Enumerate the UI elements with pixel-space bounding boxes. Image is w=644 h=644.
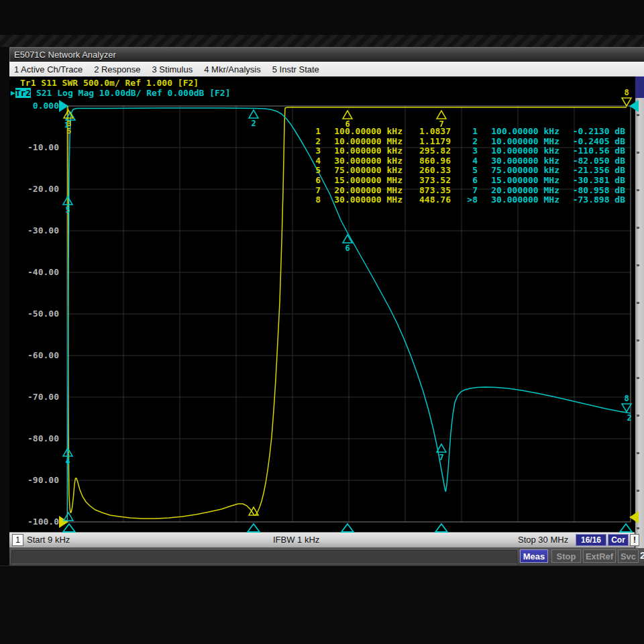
marker-row-1: 1100.00000 kHz1.0837 <box>306 127 451 137</box>
y-axis-label--40.00: -40.00 <box>0 268 59 277</box>
marker-row-1: 1100.00000 kHz-0.2130 dB <box>463 127 625 137</box>
window-titlebar[interactable]: E5071C Network Analyzer <box>9 47 644 62</box>
y-axis-label--100.0: -100.0 <box>0 517 59 527</box>
taskbar-button-meas[interactable]: Meas <box>520 549 548 563</box>
marker-row-6: 615.000000 MHz-30.381 dB <box>463 176 625 186</box>
taskbar-button-extref[interactable]: ExtRef <box>583 549 616 563</box>
taskbar-button-stop[interactable]: Stop <box>551 549 581 563</box>
menu-item-2[interactable]: 2 Response <box>94 64 140 74</box>
y-axis-label--80.00: -80.00 <box>0 434 59 443</box>
marker-table-trace2: 1100.00000 kHz-0.2130 dB210.000000 MHz-0… <box>463 127 625 205</box>
start-frequency-label[interactable]: Start 9 kHz <box>27 535 70 545</box>
marker-row-7: 720.000000 MHz873.35 <box>306 186 451 196</box>
menu-item-4[interactable]: 4 Mkr/Analysis <box>204 64 261 74</box>
marker-row-8: 830.000000 MHz448.76 <box>306 195 451 205</box>
trace2-params: S21 Log Mag 10.00dB/ Ref 0.000dB [F2] <box>31 88 230 98</box>
marker-row-4: 430.000000 kHz-82.050 dB <box>463 156 625 166</box>
menu-item-5[interactable]: 5 Instr State <box>272 64 319 74</box>
marker-row-3: 310.000000 kHz295.82 <box>306 146 451 156</box>
menu-bar: 1 Active Ch/Trace2 Response3 Stimulus4 M… <box>9 62 644 76</box>
ifbw-label[interactable]: IFBW 1 kHz <box>273 535 319 545</box>
taskbar-edge-label[interactable]: 2 <box>640 549 644 561</box>
stop-frequency-label[interactable]: Stop 30 MHz <box>518 535 568 545</box>
marker-table-trace1: 1100.00000 kHz1.0837210.000000 MHz1.1179… <box>306 127 451 205</box>
alert-badge[interactable]: ! <box>630 534 639 546</box>
y-axis-label--90.00: -90.00 <box>0 476 59 485</box>
trace1-name: Tr1 <box>20 78 36 88</box>
trace2-status-line[interactable]: ▶Tr2 S21 Log Mag 10.00dB/ Ref 0.000dB [F… <box>11 88 231 98</box>
marker-row-4: 430.000000 kHz860.96 <box>306 156 451 166</box>
marker-row-5: 575.000000 kHz260.33 <box>306 166 451 176</box>
y-axis-label--60.00: -60.00 <box>0 351 59 360</box>
marker-row-2: 210.000000 MHz1.1179 <box>306 137 451 147</box>
y-axis-label--20.00: -20.00 <box>0 184 59 194</box>
status-bar: 1 Start 9 kHz IFBW 1 kHz Stop 30 MHz 16/… <box>9 532 635 548</box>
window-title: E5071C Network Analyzer <box>14 50 116 60</box>
taskbar-button-svc[interactable]: Svc <box>618 549 639 563</box>
sweep-progress-badge: 16/16 <box>576 534 606 546</box>
desktop-below-window <box>0 566 644 644</box>
trace2-name: Tr2 <box>15 88 31 98</box>
taskbar-tray <box>11 550 517 564</box>
y-axis-label--50.00: -50.00 <box>0 309 59 319</box>
marker-row-5: 575.000000 kHz-21.356 dB <box>463 166 625 176</box>
y-axis-label--10.00: -10.00 <box>0 143 59 152</box>
desktop-background-band <box>0 35 644 47</box>
trace1-status-line[interactable]: Tr1 S11 SWR 500.0m/ Ref 1.000 [F2] <box>20 78 199 88</box>
marker-row-3: 310.000000 kHz-110.56 dB <box>463 146 625 156</box>
y-axis-label--70.00: -70.00 <box>0 392 59 402</box>
softkey-strip-header <box>635 76 644 98</box>
trace1-params: S11 SWR 500.0m/ Ref 1.000 [F2] <box>36 78 199 88</box>
marker-row-7: 720.000000 MHz-80.958 dB <box>463 186 625 196</box>
active-trace-arrow-icon: ▶ <box>11 89 15 97</box>
menu-item-1[interactable]: 1 Active Ch/Trace <box>14 64 83 74</box>
instrument-taskbar: 2 MeasStopExtRefSvc <box>9 548 644 566</box>
y-axis-label--30.00: -30.00 <box>0 226 59 235</box>
softkey-strip-ticks <box>637 114 639 543</box>
correction-badge: Cor <box>608 534 629 546</box>
marker-row-6: 615.000000 MHz373.52 <box>306 176 451 186</box>
marker-row-2: 210.000000 MHz-0.2405 dB <box>463 137 625 147</box>
menu-item-3[interactable]: 3 Stimulus <box>152 64 193 74</box>
y-axis-label-0.000: 0.000 <box>0 101 59 111</box>
marker-row-8: >830.000000 MHz-73.898 dB <box>463 195 625 205</box>
channel-number-box[interactable]: 1 <box>12 534 23 546</box>
